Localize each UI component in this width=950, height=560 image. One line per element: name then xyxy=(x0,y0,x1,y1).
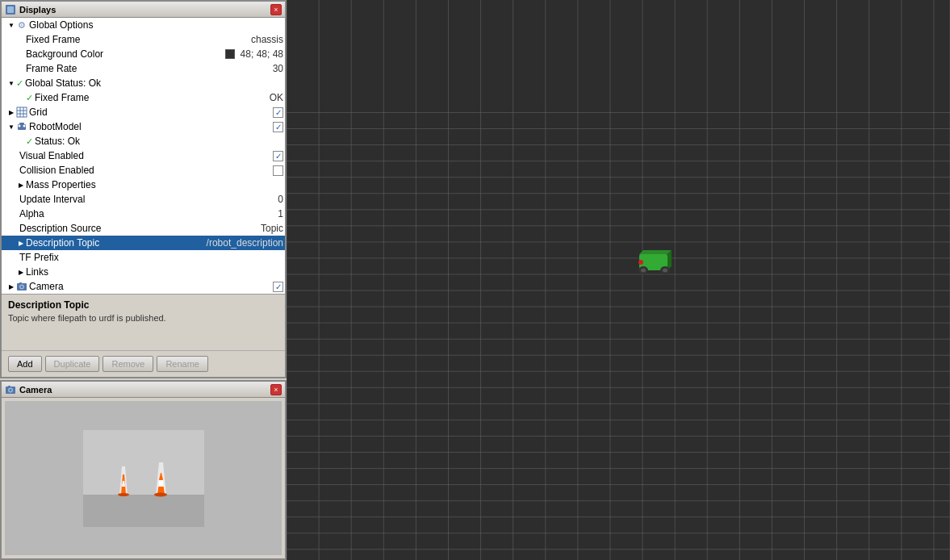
svg-marker-28 xyxy=(158,479,164,487)
tree-row-links[interactable]: ▶ Links xyxy=(2,265,285,279)
robot-icon xyxy=(16,121,27,132)
camera-icon-tree xyxy=(16,281,27,292)
checkbox-collision-enabled[interactable] xyxy=(273,165,283,176)
svg-rect-14 xyxy=(19,282,22,284)
tree-row-frame-rate[interactable]: Frame Rate 30 xyxy=(2,61,285,76)
camera-panel-title: Camera xyxy=(19,385,52,395)
camera-preview-svg xyxy=(83,430,204,527)
label-description-source: Description Source xyxy=(19,223,257,234)
displays-tree: ▼ ⚙ Global Options Fixed Frame chassis B… xyxy=(2,18,285,294)
label-status-ok: Status: Ok xyxy=(35,136,283,147)
label-grid: Grid xyxy=(29,107,273,118)
tree-row-fixed-frame-status[interactable]: ✓ Fixed Frame OK xyxy=(2,90,285,105)
tree-row-tf-prefix[interactable]: TF Prefix xyxy=(2,250,285,265)
arrow-global-options[interactable]: ▼ xyxy=(6,20,16,30)
label-robot-model: RobotModel xyxy=(29,121,273,132)
checkbox-grid[interactable] xyxy=(273,107,283,118)
svg-point-30 xyxy=(154,492,167,496)
label-fixed-frame-status: Fixed Frame xyxy=(35,92,266,103)
displays-panel: Displays × ▼ ⚙ Global Options Fixed Fram… xyxy=(0,0,287,378)
label-mass-properties: Mass Properties xyxy=(26,179,283,190)
svg-point-17 xyxy=(10,389,12,391)
checkbox-camera[interactable] xyxy=(273,282,283,292)
svg-rect-2 xyxy=(17,107,27,117)
check-global-status: ✓ xyxy=(16,78,23,89)
tree-row-fixed-frame[interactable]: Fixed Frame chassis xyxy=(2,32,285,47)
tree-row-global-status[interactable]: ▼ ✓ Global Status: Ok xyxy=(2,76,285,90)
color-swatch[interactable] xyxy=(225,49,235,59)
tree-row-mass-properties[interactable]: ▶ Mass Properties xyxy=(2,178,285,192)
label-camera: Camera xyxy=(29,281,273,292)
tree-row-visual-enabled[interactable]: Visual Enabled xyxy=(2,148,285,163)
value-fixed-frame-status: OK xyxy=(270,92,283,103)
camera-titlebar: Camera × xyxy=(2,382,285,398)
robot-3d-model xyxy=(631,246,680,278)
arrow-robot-model[interactable]: ▼ xyxy=(6,122,16,132)
svg-point-13 xyxy=(21,286,23,288)
tree-row-status-ok[interactable]: ✓ Status: Ok xyxy=(2,134,285,148)
tree-row-background-color[interactable]: Background Color 48; 48; 48 xyxy=(2,47,285,61)
label-background-color: Background Color xyxy=(26,48,225,60)
label-global-status: Global Status: Ok xyxy=(25,77,283,89)
description-title: Description Topic xyxy=(8,299,278,311)
arrow-mass-properties[interactable]: ▶ xyxy=(16,180,26,190)
value-frame-rate: 30 xyxy=(273,63,283,74)
arrow-description-topic[interactable]: ▶ xyxy=(16,238,26,248)
displays-close-button[interactable]: × xyxy=(270,4,282,15)
3d-grid xyxy=(287,0,950,560)
tree-row-robot-model[interactable]: ▼ RobotModel xyxy=(2,119,285,134)
svg-point-89 xyxy=(638,260,643,265)
description-text: Topic where filepath to urdf is publishe… xyxy=(8,313,278,323)
label-description-topic: Description Topic xyxy=(26,237,203,249)
svg-point-87 xyxy=(641,269,646,273)
label-tf-prefix: TF Prefix xyxy=(19,252,283,263)
arrow-links[interactable]: ▶ xyxy=(16,267,26,277)
checkbox-robot-model[interactable] xyxy=(273,122,283,132)
description-box: Description Topic Topic where filepath t… xyxy=(2,294,285,350)
grid-icon xyxy=(16,107,27,118)
viewport[interactable]: ◀ xyxy=(287,0,950,560)
check-status-ok: ✓ xyxy=(26,136,33,147)
value-background-color: 48; 48; 48 xyxy=(241,48,283,60)
svg-rect-8 xyxy=(19,123,24,125)
label-visual-enabled: Visual Enabled xyxy=(19,150,273,161)
tree-row-collision-enabled[interactable]: Collision Enabled xyxy=(2,163,285,178)
camera-close-button[interactable]: × xyxy=(270,384,282,395)
label-update-interval: Update Interval xyxy=(19,194,274,205)
checkbox-visual-enabled[interactable] xyxy=(273,151,283,161)
tree-row-camera[interactable]: ▶ Camera xyxy=(2,279,285,294)
value-alpha: 1 xyxy=(278,208,283,219)
svg-point-9 xyxy=(19,125,21,127)
tree-row-description-topic[interactable]: ▶ Description Topic /robot_description xyxy=(2,236,285,250)
add-button[interactable]: Add xyxy=(8,356,42,372)
camera-preview xyxy=(5,401,282,555)
displays-titlebar: Displays × xyxy=(2,2,285,18)
label-frame-rate: Frame Rate xyxy=(26,63,270,74)
rename-button[interactable]: Rename xyxy=(157,356,208,372)
buttons-row: Add Duplicate Remove Rename xyxy=(2,350,285,377)
displays-icon xyxy=(5,4,16,15)
remove-button[interactable]: Remove xyxy=(103,356,153,372)
svg-point-25 xyxy=(118,493,129,496)
label-global-options: Global Options xyxy=(29,19,283,31)
camera-panel: Camera × xyxy=(0,380,287,560)
svg-rect-20 xyxy=(83,495,204,527)
displays-title: Displays xyxy=(19,5,56,15)
duplicate-button[interactable]: Duplicate xyxy=(45,356,100,372)
tree-row-alpha[interactable]: Alpha 1 xyxy=(2,207,285,221)
tree-row-update-interval[interactable]: Update Interval 0 xyxy=(2,192,285,207)
label-collision-enabled: Collision Enabled xyxy=(19,165,273,176)
svg-marker-83 xyxy=(639,250,672,254)
camera-panel-icon xyxy=(5,384,16,395)
arrow-camera[interactable]: ▶ xyxy=(6,282,16,291)
gear-icon: ⚙ xyxy=(16,19,27,31)
arrow-grid[interactable]: ▶ xyxy=(6,107,16,117)
tree-row-global-options[interactable]: ▼ ⚙ Global Options xyxy=(2,18,285,32)
value-fixed-frame: chassis xyxy=(251,34,283,45)
tree-row-grid[interactable]: ▶ Grid xyxy=(2,105,285,119)
label-links: Links xyxy=(26,266,283,278)
tree-row-description-source[interactable]: Description Source Topic xyxy=(2,221,285,236)
label-fixed-frame: Fixed Frame xyxy=(26,34,248,45)
value-description-source: Topic xyxy=(261,223,283,234)
arrow-global-status[interactable]: ▼ xyxy=(6,78,16,88)
